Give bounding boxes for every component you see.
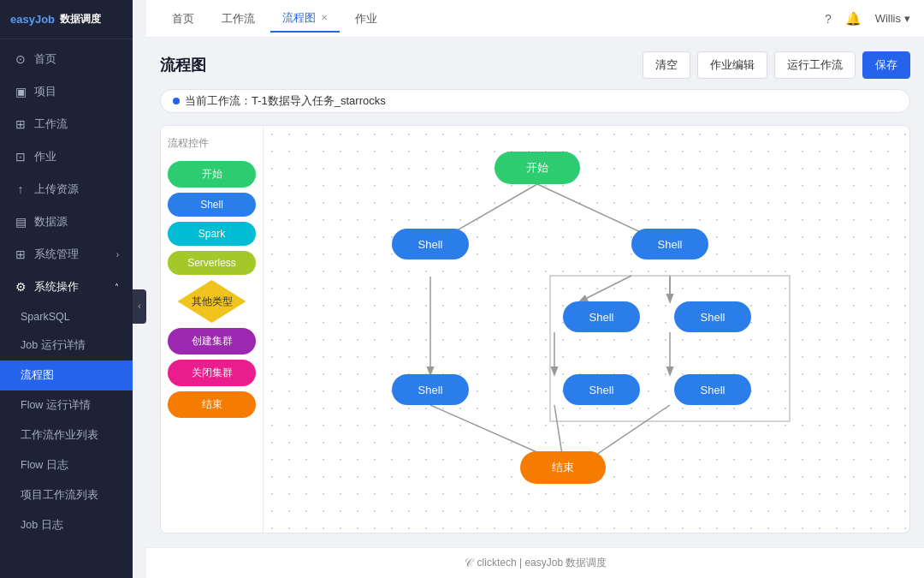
sidebar-item-project-label: 项目 [34, 84, 56, 99]
sidebar-collapse-button[interactable]: ‹ [133, 289, 146, 324]
user-name: Willis [875, 12, 901, 25]
workflow-label: 当前工作流：T-1数据导入任务_starrocks [185, 93, 386, 109]
control-node-end[interactable]: 结束 [168, 391, 256, 418]
user-chevron-icon: ▾ [904, 12, 910, 25]
sysmanage-icon: ⊞ [14, 247, 27, 261]
control-node-other-wrapper: 其他类型 [168, 280, 256, 323]
collapse-icon: ‹ [138, 301, 140, 311]
tab-workflow[interactable]: 工作流 [210, 6, 267, 32]
logo-suffix: 数据调度 [60, 12, 101, 27]
flow-node-start[interactable]: 开始 [495, 152, 580, 184]
control-node-shell[interactable]: Shell [168, 193, 256, 217]
flow-node-start-label: 开始 [526, 160, 548, 176]
tab-close-icon[interactable]: ✕ [321, 13, 328, 22]
flow-node-shell3[interactable]: Shell [563, 301, 640, 332]
footer: 𝒞 clicktech | easyJob 数据调度 [146, 547, 924, 578]
tab-job[interactable]: 作业 [343, 6, 389, 32]
page-actions: 清空 作业编辑 运行工作流 保存 [643, 51, 910, 79]
sidebar-item-upload-label: 上传资源 [34, 182, 79, 197]
sidebar-sub-flowlog[interactable]: Flow 日志 [0, 450, 133, 480]
sidebar-item-workflow-label: 工作流 [34, 116, 68, 132]
control-node-serverless[interactable]: Serverless [168, 251, 256, 275]
header-right: ? 🔔 Willis ▾ [825, 11, 910, 27]
sidebar-item-project[interactable]: ▣ 项目 [0, 75, 133, 108]
sidebar-sub-joblog[interactable]: Job 日志 [0, 510, 133, 540]
tab-home[interactable]: 首页 [160, 6, 206, 32]
flow-node-shell7-label: Shell [701, 384, 726, 396]
user-menu[interactable]: Willis ▾ [875, 12, 910, 25]
controls-panel: 流程控件 开始 Shell Spark Serverless 其他类型 创建集群… [161, 126, 264, 533]
datasource-icon: ▤ [14, 215, 27, 229]
tab-home-label: 首页 [172, 11, 194, 27]
flow-node-shell7[interactable]: Shell [674, 374, 751, 405]
sidebar-sub-joblist[interactable]: 工作流作业列表 [0, 420, 133, 450]
project-icon: ▣ [14, 85, 27, 98]
help-icon[interactable]: ? [825, 12, 832, 26]
control-node-start[interactable]: 开始 [168, 161, 256, 188]
sidebar-item-job-label: 作业 [34, 149, 56, 164]
page-title: 流程图 [160, 55, 206, 75]
control-node-spark[interactable]: Spark [168, 222, 256, 246]
sidebar-sub-flowdetail[interactable]: Flow 运行详情 [0, 390, 133, 420]
sidebar-item-workflow[interactable]: ⊞ 工作流 [0, 108, 133, 140]
control-node-create-cluster[interactable]: 创建集群 [168, 328, 256, 355]
flow-area: 流程控件 开始 Shell Spark Serverless 其他类型 创建集群… [160, 125, 910, 533]
sidebar-item-datasource-label: 数据源 [34, 214, 68, 229]
sidebar-item-upload[interactable]: ↑ 上传资源 [0, 173, 133, 206]
sidebar-logo: easyJob 数据调度 [0, 0, 133, 39]
header: 首页 工作流 流程图 ✕ 作业 ? 🔔 Willis ▾ [146, 0, 924, 38]
sidebar-item-sysmanage[interactable]: ⊞ 系统管理 › [0, 238, 133, 271]
sidebar-sub-projectflowlist[interactable]: 项目工作流列表 [0, 480, 133, 510]
sidebar-item-sysop[interactable]: ⚙ 系统操作 ˄ [0, 271, 133, 303]
flow-node-shell3-label: Shell [589, 311, 614, 324]
tab-flowchart[interactable]: 流程图 ✕ [270, 5, 340, 33]
svg-line-11 [589, 405, 670, 460]
flow-node-end-label: 结束 [552, 460, 574, 475]
sysop-icon: ⚙ [14, 280, 27, 294]
control-node-other[interactable]: 其他类型 [178, 280, 246, 323]
flow-node-end[interactable]: 结束 [520, 451, 606, 484]
footer-logo-c-icon: 𝒞 [464, 556, 472, 570]
flow-node-shell2[interactable]: Shell [631, 229, 708, 259]
save-button[interactable]: 保存 [862, 51, 910, 79]
upload-icon: ↑ [14, 182, 27, 196]
chevron-right-icon: › [116, 250, 119, 259]
main-area: 首页 工作流 流程图 ✕ 作业 ? 🔔 Willis ▾ 流程图 清空 作业编辑 [146, 0, 924, 578]
sidebar: easyJob 数据调度 ⊙ 首页 ▣ 项目 ⊞ 工作流 ⊡ 作业 ↑ 上传资源… [0, 0, 133, 578]
badge-dot-icon [173, 98, 180, 104]
flow-node-shell1[interactable]: Shell [392, 229, 469, 259]
sidebar-sub-sparksql[interactable]: SparkSQL [0, 303, 133, 331]
flow-node-shell4-label: Shell [701, 311, 726, 324]
flow-node-shell6-label: Shell [589, 384, 614, 396]
sidebar-item-home-label: 首页 [34, 51, 56, 67]
bell-icon[interactable]: 🔔 [845, 11, 862, 27]
tab-job-label: 作业 [355, 11, 377, 27]
flow-node-shell4[interactable]: Shell [674, 301, 751, 332]
page-header: 流程图 清空 作业编辑 运行工作流 保存 [160, 51, 910, 79]
sidebar-sub-flowchart[interactable]: 流程图 [0, 361, 133, 390]
control-node-close-cluster[interactable]: 关闭集群 [168, 360, 256, 386]
sidebar-item-job[interactable]: ⊡ 作业 [0, 140, 133, 173]
footer-brand: clicktech | easyJob 数据调度 [477, 556, 607, 570]
run-button[interactable]: 运行工作流 [774, 51, 856, 79]
tab-flowchart-label: 流程图 [282, 10, 316, 26]
flow-canvas[interactable]: 开始 Shell Shell Shell Shell Shell [264, 126, 909, 533]
content-area: 流程图 清空 作业编辑 运行工作流 保存 当前工作流：T-1数据导入任务_sta… [146, 38, 924, 547]
chevron-down-icon: ˄ [115, 283, 119, 292]
workflow-badge: 当前工作流：T-1数据导入任务_starrocks [160, 89, 910, 113]
sidebar-item-sysmanage-label: 系统管理 [34, 247, 79, 262]
tab-workflow-label: 工作流 [222, 11, 255, 27]
controls-title: 流程控件 [168, 136, 256, 151]
flow-node-shell6[interactable]: Shell [563, 374, 640, 405]
flow-node-shell5-label: Shell [418, 384, 443, 396]
flow-node-shell2-label: Shell [658, 238, 683, 251]
sidebar-item-sysop-label: 系统操作 [34, 279, 79, 295]
flow-node-shell1-label: Shell [418, 238, 443, 251]
sidebar-sub-jobdetail[interactable]: Job 运行详情 [0, 331, 133, 361]
clear-button[interactable]: 清空 [643, 51, 690, 79]
logo-text: easyJob [10, 13, 55, 26]
edit-button[interactable]: 作业编辑 [697, 51, 767, 79]
sidebar-item-datasource[interactable]: ▤ 数据源 [0, 206, 133, 238]
flow-node-shell5[interactable]: Shell [392, 374, 469, 405]
sidebar-item-home[interactable]: ⊙ 首页 [0, 43, 133, 75]
